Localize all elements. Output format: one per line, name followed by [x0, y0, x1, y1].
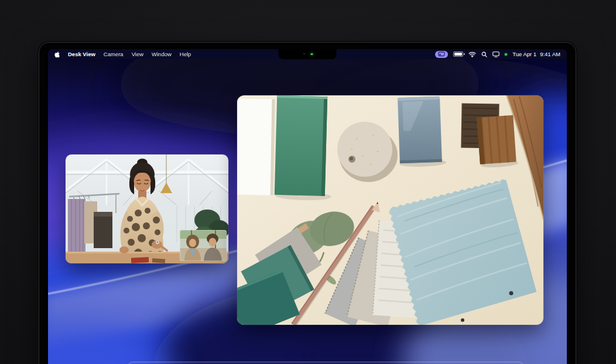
facetime-window[interactable] [66, 154, 228, 263]
desk-view-video [237, 95, 543, 325]
menu-item-view[interactable]: View [132, 51, 143, 57]
teal-tile-sample [275, 95, 334, 201]
menu-bar-clock[interactable]: Tue Apr 1 9:41 AM [512, 51, 560, 57]
wifi-icon[interactable] [468, 51, 476, 57]
photo-background: Desk View Camera View Window Help [0, 0, 616, 364]
laptop-frame: Desk View Camera View Window Help [39, 42, 576, 364]
apple-logo-icon[interactable] [54, 51, 60, 58]
notch-camera-lens-icon [303, 53, 306, 55]
menu-item-help[interactable]: Help [180, 51, 191, 57]
clock-date: Tue Apr 1 [512, 51, 536, 57]
menu-item-window[interactable]: Window [152, 51, 172, 57]
desk-view-window[interactable] [237, 95, 543, 325]
laptop-screen: Desk View Camera View Window Help [48, 49, 567, 364]
pip-self-view[interactable] [180, 230, 227, 261]
brown-wood-sample [477, 115, 518, 169]
clock-time: 9:41 AM [540, 51, 560, 57]
screen-mirroring-icon[interactable] [492, 51, 499, 57]
white-tile-sample [237, 98, 275, 195]
display-notch [279, 49, 337, 59]
background-window-edge[interactable] [128, 362, 524, 364]
camera-active-dot [505, 53, 507, 56]
blue-gray-tile-sample [397, 96, 446, 167]
menu-item-desk-view[interactable]: Desk View [68, 51, 95, 57]
remote-participant-video [66, 154, 228, 263]
battery-icon[interactable] [453, 51, 463, 57]
desk-view-active-indicator[interactable] [435, 51, 448, 58]
search-icon[interactable] [481, 51, 487, 57]
menu-item-camera[interactable]: Camera [104, 51, 124, 57]
notch-camera-active-light [311, 53, 313, 56]
